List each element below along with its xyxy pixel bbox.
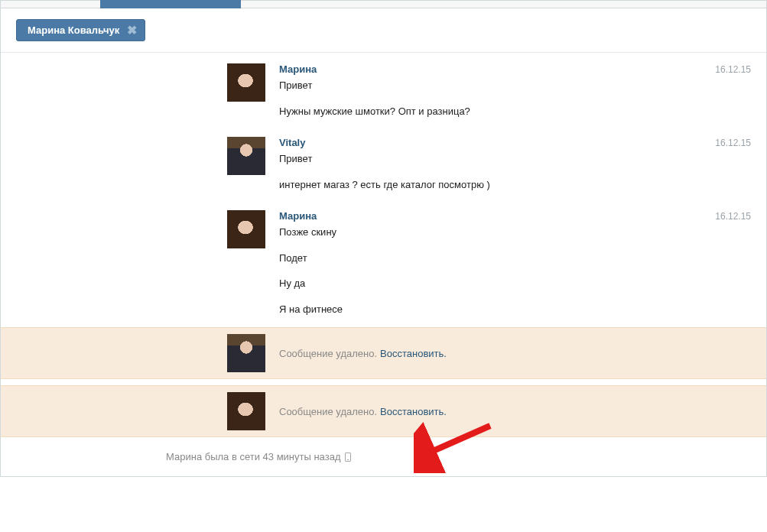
avatar[interactable] [227,63,265,102]
sender-link[interactable]: Vitaly [279,137,305,148]
message-line: Ну да [279,276,751,291]
deleted-message-row: Сообщение удалено. Восстановить. [1,327,766,379]
message-row: Марина 16.12.15 Привет Нужны мужские шмо… [1,56,766,129]
avatar[interactable] [227,392,265,430]
restore-link[interactable]: Восстановить. [380,406,447,417]
message-date: 16.12.15 [715,211,751,222]
status-bar: Марина была в сети 43 минуты назад [1,443,766,476]
message-line: Подет [279,251,751,266]
status-text: Марина была в сети 43 минуты назад [166,451,340,462]
message-row: Vitaly 16.12.15 Привет интернет магаз ? … [1,129,766,203]
message-header: Vitaly 16.12.15 [279,137,751,148]
deleted-content: Сообщение удалено. Восстановить. [265,392,766,430]
message-date: 16.12.15 [715,64,751,75]
message-text: Привет интернет магаз ? есть где каталог… [279,151,751,192]
message-content: Vitaly 16.12.15 Привет интернет магаз ? … [265,137,766,196]
row-gutter [1,210,114,321]
message-date: 16.12.15 [715,138,751,148]
message-content: Марина 16.12.15 Позже скину Подет Ну да … [265,210,766,321]
restore-link[interactable]: Восстановить. [380,348,447,359]
message-line: Я на фитнесе [279,302,751,317]
filter-bar: Марина Ковальчук ✖ [1,8,766,53]
message-row: Марина 16.12.15 Позже скину Подет Ну да … [1,203,766,327]
message-header: Марина 16.12.15 [279,210,751,222]
mobile-icon [345,453,351,462]
top-tab-bar [1,1,766,8]
close-icon[interactable]: ✖ [127,25,137,36]
avatar[interactable] [227,334,265,372]
avatar[interactable] [227,210,265,248]
deleted-label: Сообщение удалено. [279,406,377,417]
avatar[interactable] [227,137,265,175]
sender-link[interactable]: Марина [279,63,317,75]
message-list: Марина 16.12.15 Привет Нужны мужские шмо… [1,53,766,476]
deleted-content: Сообщение удалено. Восстановить. [265,334,766,372]
message-line: Привет [279,78,751,93]
filter-chip-label: Марина Ковальчук [28,24,119,36]
row-gutter [1,137,114,196]
row-gutter [1,63,114,123]
message-line: Привет [279,151,751,167]
row-gutter [1,392,114,430]
row-gutter [1,334,114,372]
message-line: Нужны мужские шмотки? Опт и разница? [279,104,751,119]
deleted-label: Сообщение удалено. [279,348,377,359]
filter-chip[interactable]: Марина Ковальчук ✖ [16,19,145,41]
message-header: Марина 16.12.15 [279,63,751,75]
message-line: интернет магаз ? есть где каталог посмот… [279,177,751,193]
deleted-message-row: Сообщение удалено. Восстановить. [1,385,766,437]
chat-container: Марина Ковальчук ✖ Марина 16.12.15 Приве… [0,0,767,477]
message-content: Марина 16.12.15 Привет Нужны мужские шмо… [265,63,766,123]
message-text: Позже скину Подет Ну да Я на фитнесе [279,225,751,316]
sender-link[interactable]: Марина [279,210,317,222]
message-line: Позже скину [279,225,751,240]
message-text: Привет Нужны мужские шмотки? Опт и разни… [279,78,751,118]
